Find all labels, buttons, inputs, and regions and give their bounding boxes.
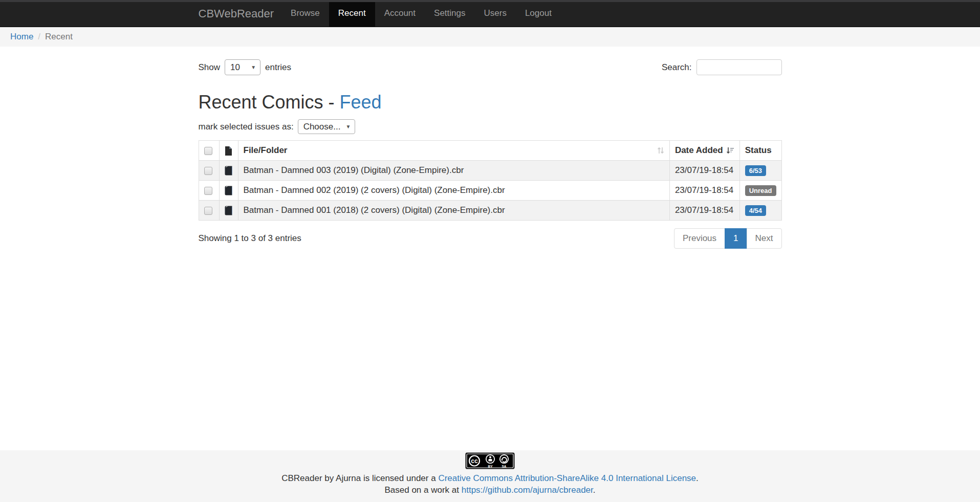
- date-added-header[interactable]: Date Added: [669, 141, 739, 161]
- status-header[interactable]: Status: [739, 141, 781, 161]
- row-checkbox[interactable]: [204, 207, 212, 215]
- navbar-top-strip: [0, 0, 980, 2]
- brand-link[interactable]: CBWebReader: [199, 0, 282, 27]
- table-row: Batman - Damned 002 (2019) (2 covers) (D…: [199, 181, 781, 201]
- nav-item-users[interactable]: Users: [475, 0, 516, 27]
- page-length-value: 10: [230, 62, 240, 73]
- mark-issues-control: mark selected issues as: Choose... ▼: [199, 119, 782, 134]
- source-text-suffix: .: [593, 485, 596, 495]
- comic-file-link[interactable]: Batman - Damned 003 (2019) (Digital) (Zo…: [238, 161, 669, 181]
- file-folder-header-label: File/Folder: [244, 145, 288, 156]
- github-link[interactable]: https://github.com/ajurna/cbreader: [462, 485, 593, 495]
- table-row: Batman - Damned 001 (2018) (2 covers) (D…: [199, 201, 781, 221]
- table-info: Showing 1 to 3 of 3 entries: [199, 233, 301, 244]
- select-all-header: [199, 141, 219, 161]
- file-folder-header[interactable]: File/Folder: [238, 141, 669, 161]
- table-row: Batman - Damned 003 (2019) (Digital) (Zo…: [199, 161, 781, 181]
- search-input[interactable]: [696, 59, 782, 75]
- status-badge[interactable]: Unread: [745, 185, 776, 196]
- main-content: Show 10 ▼ entries Search: Recent Comics …: [0, 47, 980, 450]
- type-column-header[interactable]: [219, 141, 238, 161]
- mark-issues-label: mark selected issues as:: [199, 122, 294, 132]
- search-control: Search:: [662, 59, 782, 75]
- page-title-text: Recent Comics -: [199, 92, 340, 113]
- chevron-down-icon: ▼: [345, 124, 351, 129]
- search-label: Search:: [662, 62, 692, 73]
- license-text: CBReader by Ajurna is licensed under a: [281, 473, 438, 483]
- show-label: Show: [199, 62, 221, 73]
- nav-item-logout[interactable]: Logout: [516, 0, 561, 27]
- date-added-cell: 23/07/19-18:54: [669, 161, 739, 181]
- table-header-row: File/Folder Date Added: [199, 141, 781, 161]
- next-page-button[interactable]: Next: [747, 228, 782, 249]
- date-added-cell: 23/07/19-18:54: [669, 201, 739, 221]
- chevron-down-icon: ▼: [251, 64, 256, 70]
- comic-file-link[interactable]: Batman - Damned 001 (2018) (2 covers) (D…: [238, 201, 669, 221]
- row-checkbox[interactable]: [204, 187, 212, 195]
- nav-item-settings[interactable]: Settings: [425, 0, 474, 27]
- license-text-suffix: .: [696, 473, 699, 483]
- sort-both-icon: [657, 146, 664, 155]
- mark-issues-value: Choose...: [303, 122, 341, 132]
- svg-text:cc: cc: [471, 457, 478, 465]
- breadcrumb-separator: /: [33, 32, 45, 42]
- file-icon: [225, 146, 232, 156]
- breadcrumb-current: Recent: [45, 32, 73, 42]
- page-1-button[interactable]: 1: [725, 228, 747, 249]
- source-text: Based on a work at: [384, 485, 461, 495]
- nav-item-account[interactable]: Account: [375, 0, 425, 27]
- date-added-header-label: Date Added: [675, 145, 723, 156]
- status-badge[interactable]: 6/53: [745, 165, 766, 176]
- page-length-control: Show 10 ▼ entries: [199, 59, 292, 75]
- previous-page-button[interactable]: Previous: [674, 228, 725, 249]
- row-checkbox[interactable]: [204, 167, 212, 175]
- mark-issues-select[interactable]: Choose... ▼: [298, 119, 356, 134]
- nav-item-recent[interactable]: Recent: [329, 0, 375, 27]
- comic-file-link[interactable]: Batman - Damned 002 (2019) (2 covers) (D…: [238, 181, 669, 201]
- nav-item-browse[interactable]: Browse: [281, 0, 329, 27]
- feed-link[interactable]: Feed: [340, 92, 382, 113]
- status-badge[interactable]: 4/54: [745, 205, 766, 216]
- breadcrumb: Home / Recent: [0, 27, 980, 47]
- cc-sa-label: SA: [502, 465, 506, 468]
- book-icon: [225, 206, 233, 215]
- cc-by-label: BY: [488, 465, 493, 468]
- entries-label: entries: [265, 62, 291, 73]
- main-nav: Browse Recent Account Settings Users Log…: [281, 0, 561, 27]
- book-icon: [225, 166, 233, 176]
- source-line: Based on a work at https://github.com/aj…: [0, 485, 980, 495]
- license-link[interactable]: Creative Commons Attribution-ShareAlike …: [438, 473, 696, 483]
- page-title: Recent Comics - Feed: [199, 92, 782, 113]
- cc-by-sa-badge[interactable]: cc BY SA: [465, 452, 515, 472]
- sort-descending-icon: [726, 146, 734, 155]
- status-header-label: Status: [745, 145, 772, 155]
- date-added-cell: 23/07/19-18:54: [669, 181, 739, 201]
- breadcrumb-home-link[interactable]: Home: [10, 32, 33, 42]
- select-all-checkbox[interactable]: [204, 147, 212, 155]
- top-navbar: CBWebReader Browse Recent Account Settin…: [0, 0, 980, 27]
- book-icon: [225, 186, 233, 195]
- license-line: CBReader by Ajurna is licensed under a C…: [0, 473, 980, 484]
- page-length-select[interactable]: 10 ▼: [225, 59, 260, 75]
- pagination: Previous 1 Next: [674, 228, 782, 249]
- page-footer: cc BY SA CBReader by Ajurna is licensed …: [0, 450, 980, 502]
- recent-comics-table: File/Folder Date Added: [199, 140, 782, 221]
